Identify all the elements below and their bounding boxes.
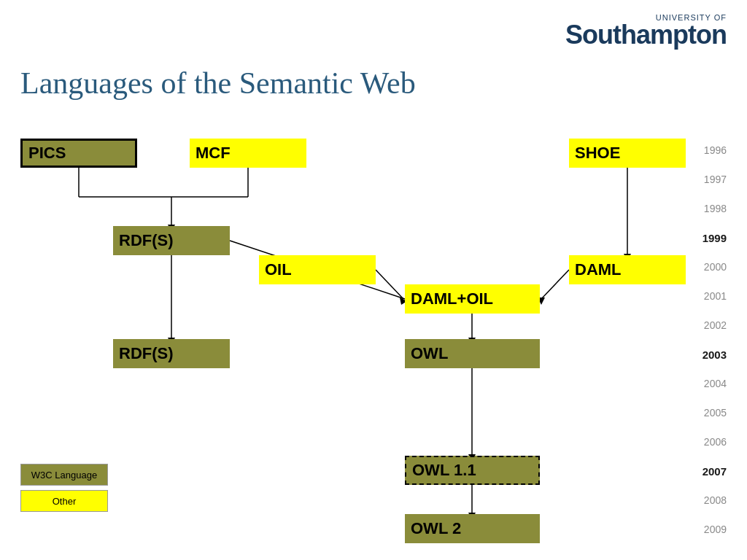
university-name: Southampton <box>565 22 727 48</box>
svg-line-11 <box>541 270 569 299</box>
node-owl: OWL <box>405 339 540 368</box>
node-oil: OIL <box>259 255 376 284</box>
year-label-2002: 2002 <box>704 319 727 331</box>
node-owl2: OWL 2 <box>405 514 540 543</box>
node-mcf: MCF <box>190 139 306 168</box>
node-shoe: SHOE <box>569 139 686 168</box>
node-daml_oil: DAML+OIL <box>405 284 540 314</box>
year-label-2001: 2001 <box>704 290 727 302</box>
year-label-2006: 2006 <box>704 436 727 448</box>
node-rdf2: RDF(S) <box>113 339 230 368</box>
year-label-2009: 2009 <box>704 524 727 535</box>
year-label-2007: 2007 <box>703 465 727 478</box>
year-label-2008: 2008 <box>704 494 727 506</box>
year-label-1996: 1996 <box>704 144 727 156</box>
year-label-2004: 2004 <box>704 378 727 389</box>
node-rdf1: RDF(S) <box>113 226 230 255</box>
university-logo: UNIVERSITY OF Southampton <box>565 13 727 48</box>
svg-line-9 <box>376 270 403 299</box>
year-label-1999: 1999 <box>703 232 727 244</box>
legend-other: Other <box>20 490 108 512</box>
year-label-1998: 1998 <box>704 203 727 214</box>
year-label-1997: 1997 <box>704 174 727 185</box>
legend: W3C Language Other <box>20 464 108 516</box>
page-title: Languages of the Semantic Web <box>20 66 416 101</box>
node-pics: PICS <box>20 139 137 168</box>
year-label-2005: 2005 <box>704 407 727 419</box>
year-label-2003: 2003 <box>703 349 727 361</box>
legend-w3c: W3C Language <box>20 464 108 486</box>
year-label-2000: 2000 <box>704 261 727 273</box>
legend-w3c-swatch: W3C Language <box>20 464 108 486</box>
legend-other-swatch: Other <box>20 490 108 512</box>
node-daml: DAML <box>569 255 686 284</box>
node-owl11: OWL 1.1 <box>405 456 540 485</box>
